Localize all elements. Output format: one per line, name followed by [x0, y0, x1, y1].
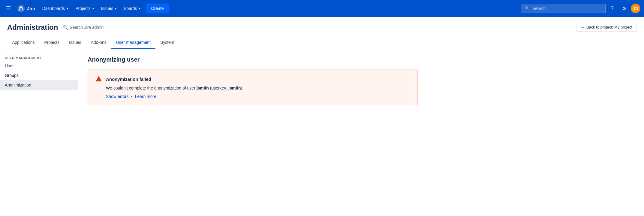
sidebar-item-groups[interactable]: Groups	[0, 71, 78, 80]
svg-text:!: !	[98, 78, 100, 81]
search-input[interactable]	[532, 6, 602, 11]
jira-logo[interactable]: JIRA Jira	[14, 4, 38, 13]
admin-title: Administration	[7, 23, 58, 32]
tab-applications[interactable]: Applications	[7, 36, 40, 49]
show-errors-link[interactable]: Show errors	[106, 94, 128, 99]
error-warning-icon: !	[95, 75, 102, 83]
error-userkey: jsmith	[228, 86, 241, 90]
nav-dashboards[interactable]: Dashboards ▾	[39, 4, 72, 13]
settings-icon: ⚙	[622, 6, 626, 11]
help-icon: ?	[611, 6, 614, 11]
jira-logo-icon: JIRA	[17, 4, 25, 13]
sidebar-item-user[interactable]: User	[0, 61, 78, 71]
sidebar-section-label: USER MANAGEMENT	[0, 54, 78, 61]
tab-projects[interactable]: Projects	[40, 36, 65, 49]
nav-boards[interactable]: Boards ▾	[120, 4, 144, 13]
search-admin[interactable]: 🔍 Search Jira admin	[63, 25, 104, 30]
sidebar-item-anonimization[interactable]: Anonimization	[0, 80, 78, 90]
admin-title-area: Administration 🔍 Search Jira admin	[7, 23, 104, 32]
admin-tabs: Applications Projects Issues Add-ons Use…	[7, 36, 637, 49]
chevron-down-icon: ▾	[67, 7, 68, 10]
tab-system[interactable]: System	[155, 36, 179, 49]
hamburger-menu-icon[interactable]: ☰	[4, 3, 13, 14]
back-to-project-button[interactable]: ← Back to project: My project	[576, 23, 637, 32]
top-navigation: ☰ JIRA Jira Dashboards ▾ Projects ▾ Issu…	[0, 0, 644, 17]
learn-more-link[interactable]: Learn more	[135, 94, 156, 99]
avatar[interactable]: JD	[631, 4, 640, 13]
tab-user-management[interactable]: User management	[111, 36, 155, 49]
error-links: Show errors • Learn more	[95, 94, 410, 99]
search-icon: 🔍	[525, 6, 530, 11]
admin-header: Administration 🔍 Search Jira admin ← Bac…	[0, 17, 644, 49]
search-admin-label: Search Jira admin	[70, 25, 104, 30]
error-message: We couldn’t complete the anonymization o…	[95, 86, 410, 90]
error-header: ! Anonymization failed	[95, 75, 410, 83]
content-area: USER MANAGEMENT User Groups Anonimizatio…	[0, 49, 644, 216]
error-message-middle: (userkey:	[209, 86, 228, 90]
tab-add-ons[interactable]: Add-ons	[86, 36, 111, 49]
nav-projects[interactable]: Projects ▾	[72, 4, 98, 13]
tab-issues[interactable]: Issues	[64, 36, 86, 49]
chevron-down-icon: ▾	[92, 7, 94, 10]
logo-text: Jira	[27, 6, 35, 11]
main-content: Anonymizing user ! Anonymization failed …	[78, 49, 644, 216]
chevron-down-icon: ▾	[139, 7, 140, 10]
error-title: Anonymization failed	[106, 77, 151, 82]
back-button-label: Back to project: My project	[586, 25, 632, 29]
dot-separator: •	[131, 94, 132, 99]
search-bar[interactable]: 🔍	[522, 4, 606, 13]
svg-text:JIRA: JIRA	[18, 8, 25, 11]
create-button[interactable]: Create	[146, 4, 169, 13]
error-message-prefix: We couldn’t complete the anonymization o…	[106, 86, 197, 90]
page-title: Anonymizing user	[88, 56, 634, 63]
back-arrow-icon: ←	[581, 25, 585, 29]
sidebar: USER MANAGEMENT User Groups Anonimizatio…	[0, 49, 78, 216]
search-admin-icon: 🔍	[63, 25, 68, 30]
error-username: jsmith	[197, 86, 209, 90]
chevron-down-icon: ▾	[115, 7, 116, 10]
help-button[interactable]: ?	[607, 3, 618, 14]
settings-button[interactable]: ⚙	[619, 3, 630, 14]
nav-issues[interactable]: Issues ▾	[98, 4, 120, 13]
nav-items: Dashboards ▾ Projects ▾ Issues ▾ Boards …	[39, 4, 520, 13]
admin-header-top: Administration 🔍 Search Jira admin ← Bac…	[7, 23, 637, 32]
nav-right: 🔍 ? ⚙ JD	[522, 3, 640, 14]
error-box: ! Anonymization failed We couldn’t compl…	[88, 69, 418, 105]
error-message-suffix: ).	[241, 86, 244, 90]
